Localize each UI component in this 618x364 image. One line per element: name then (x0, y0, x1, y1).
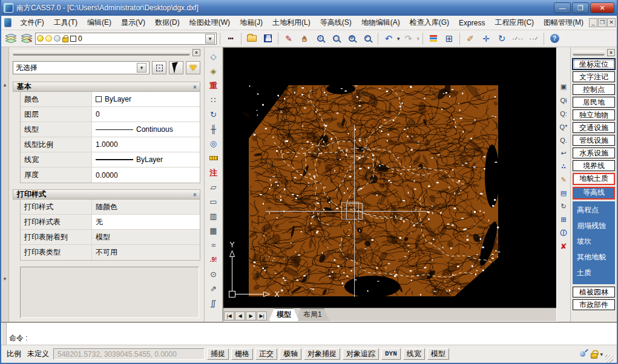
redo-button[interactable]: ↷ (401, 32, 416, 45)
palette-grip[interactable] (13, 51, 190, 54)
toggle-grid[interactable]: 栅格 (231, 348, 253, 360)
collapse-chevron-icon[interactable]: » (191, 85, 198, 88)
panel-btn-independent-feature[interactable]: 独立地物 (573, 109, 615, 120)
toggle-osnap[interactable]: 对象捕捉 (304, 348, 340, 360)
tab-layout1[interactable]: 布局1 (295, 308, 330, 321)
redo-dropdown-arrow[interactable]: ▾ (417, 36, 420, 42)
panel-btn-pipeline[interactable]: 管线设施 (573, 135, 615, 146)
section-plotstyle[interactable]: 打印样式 » (13, 189, 200, 200)
zoom-realtime-button[interactable]: ± (313, 32, 327, 45)
elevation-label-icon[interactable]: .9! (206, 253, 221, 267)
panel-grip[interactable] (573, 51, 605, 54)
selection-combobox[interactable]: 无选择 ▾ (13, 61, 150, 74)
layer-on-icon[interactable] (37, 35, 44, 42)
toggle-model[interactable]: 模型 (427, 348, 449, 360)
linetype-button[interactable]: ┅ (223, 32, 238, 45)
panel-btn-control-point[interactable]: 控制点 (573, 84, 615, 95)
prop-row-plotattach[interactable]: 打印表附着到 模型 (21, 230, 200, 245)
slope-arrow-icon[interactable]: ⇗ (206, 282, 221, 296)
menu-engineering[interactable]: 工程应用(C) (490, 16, 539, 30)
delete-x-icon[interactable]: ✘ (557, 241, 570, 252)
edit-pencil-icon[interactable]: ✎ (557, 174, 570, 186)
query-id-icon[interactable]: Qi (557, 94, 570, 106)
open-button[interactable] (245, 32, 259, 45)
panel-btn-coordinate-locate[interactable]: 坐标定位 (573, 59, 615, 70)
submenu-other-landform[interactable]: 其他地貌 (574, 252, 614, 262)
prop-row-lineweight[interactable]: 线宽 ByLayer (21, 152, 200, 167)
ruler-tool-icon[interactable] (206, 151, 221, 165)
redraw-tool-icon[interactable]: 重 (206, 79, 221, 93)
polyline-tool-icon[interactable]: ▱ (206, 180, 221, 194)
layer-manager-button[interactable] (4, 32, 18, 45)
tab-model[interactable]: 模型 (269, 308, 299, 321)
undo-button[interactable]: ↶ (381, 32, 396, 45)
block-tool-icon[interactable]: ▦ (206, 224, 221, 238)
layer-previous-button[interactable] (19, 32, 34, 45)
mdi-minimize-button[interactable]: _ (589, 18, 597, 27)
panel-close-icon[interactable]: x (607, 49, 615, 56)
zoom-previous-button[interactable]: ↶ (360, 32, 375, 45)
panel-btn-vegetation[interactable]: 植被园林 (573, 287, 615, 297)
layers-query-icon[interactable]: ▣ (557, 81, 570, 93)
menu-draw-process[interactable]: 绘图处理(W) (185, 16, 235, 30)
menu-contour[interactable]: 等高线(S) (315, 16, 357, 30)
zoom-select-icon[interactable]: ◎ (206, 137, 221, 151)
query-area-icon[interactable]: Q* (557, 121, 570, 132)
curve-tool-icon[interactable]: ≈ (206, 238, 221, 252)
annotate-tool-icon[interactable]: 注 (206, 166, 221, 180)
communication-center-icon[interactable] (579, 350, 588, 359)
command-prompt[interactable]: 命令 : (7, 332, 30, 345)
rectangle-tool-icon[interactable]: ▭ (206, 195, 221, 209)
table-button[interactable]: ⊞ (442, 32, 456, 45)
move-button[interactable]: ✛ (479, 32, 493, 45)
zoom-extents-button[interactable]: ✥ (344, 32, 359, 45)
panel-btn-water-system[interactable]: 水系设施 (573, 148, 615, 158)
panel-btn-text-annotation[interactable]: 文字注记 (573, 71, 615, 82)
collapse-chevron-icon[interactable]: » (191, 192, 198, 196)
palette-scroll-strip[interactable]: ▲ ▼ (1, 47, 9, 322)
toolbar-lock-icon[interactable] (591, 353, 597, 359)
section-tool-icon[interactable]: ╫ (206, 122, 221, 136)
draw-button[interactable]: ✎ (281, 32, 296, 45)
panel-btn-residential[interactable]: 居民地 (573, 97, 615, 108)
menu-tools[interactable]: 工具(T) (49, 16, 82, 30)
tab-last-icon[interactable]: ▶| (257, 311, 267, 320)
menu-file[interactable]: 文件(F) (15, 16, 48, 30)
mdi-restore-button[interactable]: ❐ (598, 18, 606, 27)
parallel-tool-icon[interactable]: ▥ (206, 209, 221, 223)
tab-prev-icon[interactable]: ◀ (235, 311, 245, 320)
select-save-icon[interactable]: ▤ (557, 187, 570, 199)
return-arrow-icon[interactable]: ↩ (557, 148, 570, 159)
double-curve-icon[interactable]: ∬ (206, 296, 221, 310)
panel-btn-boundary[interactable]: 境界线 (573, 160, 615, 171)
scroll-down-icon[interactable]: ▼ (2, 276, 7, 282)
menu-data[interactable]: 数据(D) (150, 16, 185, 30)
scatter-points-icon[interactable]: ∴ (557, 161, 570, 172)
panel-btn-municipal[interactable]: 市政部件 (573, 299, 615, 310)
break-button[interactable]: --/ (526, 32, 541, 45)
toggle-lineweight[interactable]: 线宽 (403, 348, 425, 360)
point-grid-icon[interactable]: ∷ (206, 93, 221, 107)
close-button[interactable]: ✕ (590, 2, 614, 13)
menu-edit[interactable]: 编辑(E) (82, 16, 116, 30)
mdi-close-button[interactable]: ✕ (607, 18, 616, 27)
toggle-snap[interactable]: 捕捉 (207, 348, 229, 360)
rotate-view-icon[interactable]: ↻ (206, 108, 221, 122)
label-tag-icon[interactable]: ◇ (206, 50, 221, 63)
tab-first-icon[interactable]: |◀ (224, 311, 234, 320)
menu-view[interactable]: 显示(V) (116, 16, 150, 30)
attribute-table-icon[interactable]: ⊞ (557, 214, 570, 226)
restore-button[interactable]: ❐ (572, 2, 589, 13)
layer-freeze-icon[interactable] (45, 35, 52, 42)
menu-cadastre[interactable]: 地籍(J) (235, 16, 268, 30)
prop-row-plottype[interactable]: 打印表类型 不可用 (21, 245, 200, 260)
panel-btn-transport[interactable]: 交通设施 (573, 122, 615, 133)
palette-close-icon[interactable]: x (192, 49, 200, 56)
submenu-soil[interactable]: 土质 (574, 268, 614, 278)
refresh-icon[interactable]: ↻ (557, 201, 570, 212)
menu-land-use[interactable]: 土地利用(L) (268, 16, 315, 30)
scroll-up-icon[interactable]: ▲ (2, 82, 7, 88)
tab-next-icon[interactable]: ▶ (246, 311, 256, 320)
menu-feature-edit[interactable]: 地物编辑(A) (357, 16, 405, 30)
match-properties-button[interactable] (426, 32, 441, 45)
